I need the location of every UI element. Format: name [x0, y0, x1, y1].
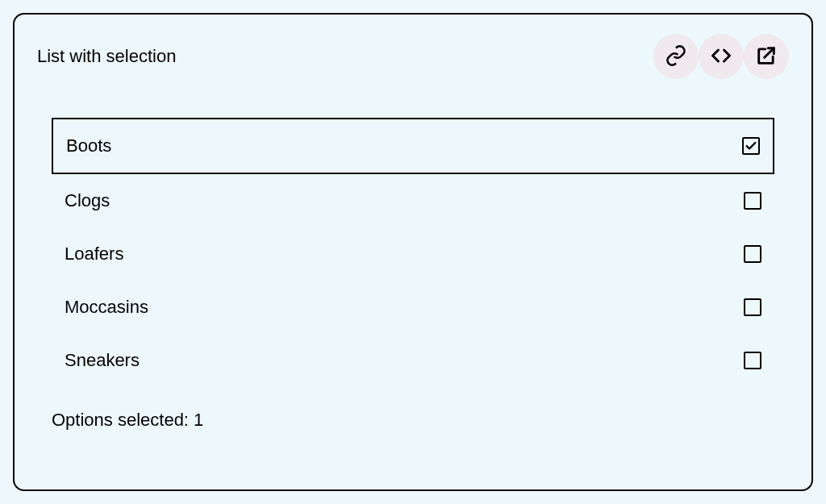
selection-list: Boots Clogs Loafers Moc	[52, 118, 774, 387]
list-item-label: Clogs	[65, 190, 110, 211]
list-item-label: Sneakers	[65, 350, 140, 371]
link-icon	[665, 44, 687, 69]
card-header: List with selection	[37, 34, 789, 79]
list-item-label: Loafers	[65, 244, 123, 264]
list-item-label: Boots	[66, 135, 111, 156]
list-item[interactable]: Loafers	[52, 227, 774, 281]
list-item[interactable]: Boots	[52, 118, 774, 174]
list-item-label: Moccasins	[65, 297, 148, 318]
selection-summary: Options selected: 1	[52, 410, 789, 431]
card-title: List with selection	[37, 46, 176, 67]
checkbox-icon	[744, 298, 761, 316]
example-card: List with selection	[13, 13, 813, 491]
checkbox-icon	[742, 137, 760, 155]
code-button[interactable]	[699, 34, 744, 79]
link-button[interactable]	[653, 34, 699, 79]
checkbox-icon	[744, 192, 761, 210]
open-external-button[interactable]	[744, 34, 789, 79]
header-actions	[653, 34, 789, 79]
checkbox-icon	[744, 245, 761, 263]
open-external-icon	[755, 44, 778, 69]
list-item[interactable]: Clogs	[52, 174, 774, 227]
list-item[interactable]: Sneakers	[52, 334, 774, 387]
list-item[interactable]: Moccasins	[52, 281, 774, 334]
checkbox-icon	[744, 352, 761, 369]
code-icon	[710, 44, 732, 69]
